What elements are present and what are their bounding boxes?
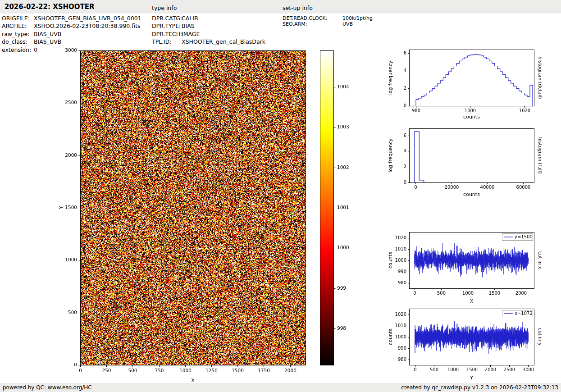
cut-in-x-plot (385, 225, 543, 309)
meta-row: TPL.ID: XSHOOTER_gen_cal_BiasDark (152, 38, 265, 46)
meta-value: BIAS_UVB (34, 38, 61, 46)
meta-label: ARCFILE: (2, 22, 34, 30)
meta-row: ORIGFILE: XSHOOTER_GEN_BIAS_UVB_054_0001 (2, 14, 141, 22)
meta-label: DET.READ.CLOCK: (283, 15, 342, 21)
meta-label: DPR.CATG: (152, 14, 182, 22)
footer-powered-by: powered by QC: www.eso.org/HC (3, 384, 92, 391)
meta-value: XSHOOTER_GEN_BIAS_UVB_054_0001 (34, 14, 141, 22)
meta-row: DPR.TYPE: BIAS (152, 22, 265, 30)
cut-in-y-plot (385, 302, 543, 385)
meta-value: CALIB (182, 14, 198, 22)
meta-value: UVB (342, 21, 353, 27)
setup-info-heading: set-up info (283, 5, 313, 11)
meta-value: 0 (34, 46, 37, 54)
page-title: 2026-02-22: XSHOOTER (5, 3, 95, 11)
meta-row: DPR.CATG: CALIB (152, 14, 265, 22)
colorbar (315, 45, 365, 387)
meta-label: DPR.TECH: (152, 30, 182, 38)
meta-row: DPR.TECH: IMAGE (152, 30, 265, 38)
type-info-heading: type info (152, 5, 177, 11)
bias-image-plot (54, 45, 315, 387)
meta-label: TPL.ID: (152, 38, 182, 46)
footer-bar: powered by QC: www.eso.org/HC created by… (0, 383, 561, 392)
type-info-block: DPR.CATG: CALIB DPR.TYPE: BIAS DPR.TECH:… (152, 14, 265, 46)
meta-value: XSHOOTER_gen_cal_BiasDark (182, 38, 265, 46)
meta-value: 100k/1pt/hg (342, 15, 373, 21)
header-bar: 2026-02-22: XSHOOTER type info set-up in… (0, 0, 561, 14)
meta-value: IMAGE (182, 30, 200, 38)
footer-created-by: created by qc_rawdisp.py v1.2.3 on 2026-… (401, 384, 558, 391)
meta-row: do_class: BIAS_UVB (2, 38, 141, 46)
meta-row: SEQ.ARM: UVB (283, 21, 373, 27)
meta-label: ORIGFILE: (2, 14, 34, 22)
histogram-full-plot (385, 122, 543, 203)
meta-label: do_class: (2, 38, 34, 46)
meta-label: extension: (2, 46, 34, 54)
setup-info-block: DET.READ.CLOCK: 100k/1pt/hg SEQ.ARM: UVB (283, 15, 373, 27)
meta-row: ARCFILE: XSHOO.2026-02-23T08:20:38.990.f… (2, 22, 141, 30)
histogram-detail-plot (385, 43, 543, 124)
meta-row: raw_type: BIAS_UVB (2, 30, 141, 38)
meta-value: BIAS_UVB (34, 30, 61, 38)
meta-label: raw_type: (2, 30, 34, 38)
meta-value: BIAS (182, 22, 195, 30)
meta-row: DET.READ.CLOCK: 100k/1pt/hg (283, 15, 373, 21)
meta-value: XSHOO.2026-02-23T08:20:38.990.fits (34, 22, 141, 30)
meta-label: DPR.TYPE: (152, 22, 182, 30)
meta-label: SEQ.ARM: (283, 21, 342, 27)
